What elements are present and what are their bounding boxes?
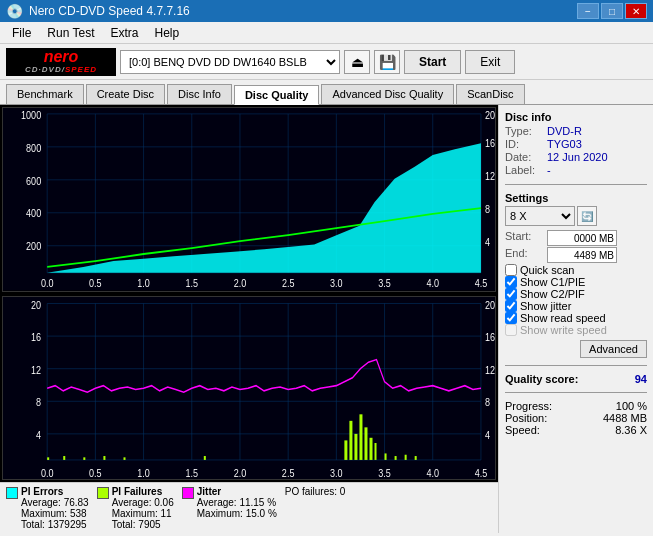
quality-score-row: Quality score: 94	[505, 373, 647, 385]
svg-text:800: 800	[26, 142, 42, 154]
start-mb-label: Start:	[505, 230, 543, 246]
menu-runtest[interactable]: Run Test	[39, 24, 102, 42]
show-read-speed-checkbox[interactable]	[505, 312, 517, 324]
save-button[interactable]: 💾	[374, 50, 400, 74]
app-title: Nero CD-DVD Speed 4.7.7.16	[29, 4, 190, 18]
disc-id-label: ID:	[505, 138, 543, 150]
advanced-btn-container: Advanced	[505, 340, 647, 358]
show-write-speed-checkbox[interactable]	[505, 324, 517, 336]
svg-text:2.0: 2.0	[234, 277, 247, 289]
jitter-color	[182, 487, 194, 499]
svg-text:0.0: 0.0	[41, 466, 54, 478]
divider-3	[505, 392, 647, 393]
show-c1-pie-row: Show C1/PIE	[505, 276, 647, 288]
svg-text:20: 20	[485, 298, 495, 310]
right-panel: Disc info Type: DVD-R ID: TYG03 Date: 12…	[498, 105, 653, 533]
svg-text:8: 8	[485, 203, 491, 215]
svg-text:0.5: 0.5	[89, 277, 102, 289]
show-jitter-row: Show jitter	[505, 300, 647, 312]
show-c1-pie-checkbox[interactable]	[505, 276, 517, 288]
disc-label-value: -	[547, 164, 551, 176]
svg-text:3.0: 3.0	[330, 277, 343, 289]
tab-disc-quality[interactable]: Disc Quality	[234, 85, 320, 105]
svg-text:0.0: 0.0	[41, 277, 54, 289]
position-row: Position: 4488 MB	[505, 412, 647, 424]
svg-text:1.0: 1.0	[137, 277, 150, 289]
app-icon: 💿	[6, 3, 23, 19]
jitter-label: Jitter	[197, 486, 277, 497]
disc-type-value: DVD-R	[547, 125, 582, 137]
svg-text:4.0: 4.0	[426, 277, 439, 289]
svg-rect-75	[47, 457, 49, 460]
top-chart-svg: 1000 800 600 400 200 20 16 12 8 4 0.0 0.…	[3, 108, 495, 291]
tab-create-disc[interactable]: Create Disc	[86, 84, 165, 104]
show-c2-pif-row: Show C2/PIF	[505, 288, 647, 300]
pi-failures-stats: PI Failures Average: 0.06 Maximum: 11 To…	[112, 486, 174, 530]
svg-rect-88	[385, 453, 387, 460]
svg-rect-83	[354, 433, 357, 459]
start-button[interactable]: Start	[404, 50, 461, 74]
svg-text:16: 16	[31, 331, 41, 343]
quick-scan-checkbox[interactable]	[505, 264, 517, 276]
svg-text:200: 200	[26, 241, 42, 253]
show-jitter-label: Show jitter	[520, 300, 571, 312]
quality-score-label: Quality score:	[505, 373, 578, 385]
speed-label: Speed:	[505, 424, 540, 436]
svg-rect-85	[364, 427, 367, 460]
disc-date-label: Date:	[505, 151, 543, 163]
svg-text:20: 20	[31, 298, 41, 310]
svg-rect-87	[375, 443, 377, 460]
show-read-speed-label: Show read speed	[520, 312, 606, 324]
tab-scandisc[interactable]: ScanDisc	[456, 84, 524, 104]
position-label: Position:	[505, 412, 547, 424]
speed-select[interactable]: 8 X 4 X 2 X 1 X MAX	[505, 206, 575, 226]
tab-disc-info[interactable]: Disc Info	[167, 84, 232, 104]
maximize-button[interactable]: □	[601, 3, 623, 19]
exit-button[interactable]: Exit	[465, 50, 515, 74]
show-write-speed-row: Show write speed	[505, 324, 647, 336]
settings-section: Settings 8 X 4 X 2 X 1 X MAX 🔄 Start: En…	[505, 192, 647, 336]
divider-2	[505, 365, 647, 366]
svg-rect-81	[344, 440, 347, 460]
svg-rect-76	[63, 456, 65, 460]
bottom-chart-svg: 20 16 12 8 4 20 16 12 8 4 0.0 0.5 1.	[3, 297, 495, 480]
close-button[interactable]: ✕	[625, 3, 647, 19]
svg-text:8: 8	[36, 396, 41, 408]
menu-file[interactable]: File	[4, 24, 39, 42]
show-c2-pif-checkbox[interactable]	[505, 288, 517, 300]
svg-text:16: 16	[485, 137, 495, 149]
svg-text:4.0: 4.0	[426, 466, 439, 478]
minimize-button[interactable]: −	[577, 3, 599, 19]
svg-rect-79	[123, 457, 125, 460]
show-jitter-checkbox[interactable]	[505, 300, 517, 312]
end-mb-row: End:	[505, 247, 647, 263]
top-chart: 1000 800 600 400 200 20 16 12 8 4 0.0 0.…	[2, 107, 496, 292]
end-mb-input[interactable]	[547, 247, 617, 263]
pi-failures-avg: Average: 0.06	[112, 497, 174, 508]
legend-pi-errors: PI Errors Average: 76.83 Maximum: 538 To…	[6, 486, 89, 530]
quality-score-value: 94	[635, 373, 647, 385]
refresh-button[interactable]: 🔄	[577, 206, 597, 226]
tab-benchmark[interactable]: Benchmark	[6, 84, 84, 104]
svg-rect-86	[369, 437, 372, 459]
svg-rect-90	[405, 454, 407, 459]
svg-text:4.5: 4.5	[475, 466, 488, 478]
disc-id-row: ID: TYG03	[505, 138, 647, 150]
jitter-max: Maximum: 15.0 %	[197, 508, 277, 519]
menu-extra[interactable]: Extra	[102, 24, 146, 42]
eject-button[interactable]: ⏏	[344, 50, 370, 74]
quick-scan-row: Quick scan	[505, 264, 647, 276]
drive-selector[interactable]: [0:0] BENQ DVD DD DW1640 BSLB	[120, 50, 340, 74]
svg-text:2.5: 2.5	[282, 466, 295, 478]
menu-help[interactable]: Help	[147, 24, 188, 42]
position-value: 4488 MB	[603, 412, 647, 424]
start-mb-input[interactable]	[547, 230, 617, 246]
tabs-bar: Benchmark Create Disc Disc Info Disc Qua…	[0, 80, 653, 105]
tab-advanced-disc-quality[interactable]: Advanced Disc Quality	[321, 84, 454, 104]
speed-row-progress: Speed: 8.36 X	[505, 424, 647, 436]
svg-text:600: 600	[26, 175, 42, 187]
show-read-speed-row: Show read speed	[505, 312, 647, 324]
advanced-button[interactable]: Advanced	[580, 340, 647, 358]
toolbar: nero CD·DVD/SPEED [0:0] BENQ DVD DD DW16…	[0, 44, 653, 80]
svg-text:12: 12	[485, 363, 495, 375]
